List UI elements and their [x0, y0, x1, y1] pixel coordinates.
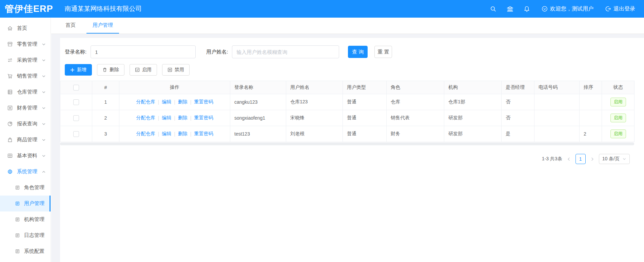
delete-button[interactable]: 删除	[97, 64, 124, 76]
current-page-button[interactable]: 1	[575, 154, 586, 164]
sidebar-item-home[interactable]: 首页	[0, 20, 51, 36]
sidebar-item-log[interactable]: 日志管理	[0, 227, 51, 243]
sidebar-item-role[interactable]: 角色管理	[0, 180, 51, 196]
cell-is-manager: 否	[502, 110, 534, 126]
welcome-user-menu[interactable]: 欢迎您，测试用户	[542, 5, 593, 13]
sidebar-item-retail[interactable]: 零售管理	[0, 36, 51, 52]
next-page-button[interactable]	[590, 157, 594, 161]
sidebar-item-report[interactable]: 报表查询	[0, 116, 51, 132]
chevron-down-icon	[42, 90, 46, 94]
cell-role: 仓库	[387, 94, 444, 110]
cell-user-name: 宋晓锋	[286, 110, 343, 126]
sidebar-item-system[interactable]: 系统管理	[0, 164, 51, 180]
x-square-icon	[168, 67, 172, 72]
row-checkbox[interactable]	[73, 131, 79, 137]
doc-icon	[15, 185, 20, 190]
sidebar-item-purchase[interactable]: 采购管理	[0, 52, 51, 68]
page-size-select[interactable]: 10 条/页	[599, 154, 630, 164]
assign-warehouse-link[interactable]: 分配仓库	[136, 99, 155, 105]
cell-phone	[534, 110, 580, 126]
check-square-icon	[135, 67, 140, 72]
sidebar-item-sales[interactable]: 销售管理	[0, 68, 51, 84]
gear-icon	[7, 169, 13, 175]
link-divider: |	[190, 131, 192, 137]
edit-link[interactable]: 编辑	[162, 115, 171, 121]
edit-link[interactable]: 编辑	[162, 99, 171, 105]
logout-label: 退出登录	[613, 5, 635, 13]
column-header: #	[92, 81, 119, 94]
status-badge: 启用	[610, 98, 626, 106]
cell-user-name: 仓库123	[286, 94, 343, 110]
assign-warehouse-link[interactable]: 分配仓库	[136, 131, 155, 137]
plus-icon	[70, 68, 75, 72]
goods-icon	[7, 137, 13, 143]
delete-link[interactable]: 删除	[178, 115, 188, 121]
assign-warehouse-link[interactable]: 分配仓库	[136, 115, 155, 121]
cell-user-name: 刘老根	[286, 126, 343, 142]
chevron-down-icon	[42, 138, 46, 142]
chevron-down-icon	[42, 122, 46, 126]
edit-link[interactable]: 编辑	[162, 131, 171, 137]
column-header: 操作	[119, 81, 230, 94]
reset-password-link[interactable]: 重置密码	[194, 115, 213, 121]
bell-icon[interactable]	[524, 6, 530, 12]
sidebar-item-basic[interactable]: 基本资料	[0, 148, 51, 164]
sidebar-item-label: 商品管理	[17, 137, 37, 143]
row-checkbox[interactable]	[73, 115, 79, 121]
doc-icon	[15, 249, 20, 254]
sidebar-item-finance[interactable]: 财务管理	[0, 100, 51, 116]
bank-icon[interactable]	[507, 5, 513, 12]
user-name-input[interactable]	[232, 45, 339, 58]
search-button[interactable]: 查 询	[348, 46, 368, 58]
link-divider: |	[174, 99, 175, 105]
sidebar-item-config[interactable]: 系统配置	[0, 243, 51, 259]
reset-password-link[interactable]: 重置密码	[194, 99, 213, 105]
chevron-down-icon	[622, 157, 626, 161]
cell-org: 研发部	[444, 110, 502, 126]
users-table: #操作登录名称用户姓名用户类型角色机构是否经理电话号码排序状态 1分配仓库|编辑…	[60, 81, 635, 142]
search-filter-row: 登录名称: 用户姓名: 查 询 重 置	[60, 45, 644, 58]
shop-icon	[7, 41, 13, 47]
finance-icon	[7, 105, 13, 111]
prev-page-button[interactable]	[567, 157, 571, 161]
add-button[interactable]: 新增	[65, 64, 92, 76]
tab-user-management[interactable]: 用户管理	[86, 18, 119, 34]
cell-is-manager: 是	[502, 126, 534, 142]
delete-link[interactable]: 删除	[178, 99, 188, 105]
row-index: 1	[92, 94, 119, 110]
select-all-checkbox[interactable]	[73, 85, 79, 90]
cell-login-name: test123	[230, 126, 286, 142]
disable-button[interactable]: 禁用	[162, 64, 190, 76]
cell-phone	[534, 94, 580, 110]
sidebar-item-org[interactable]: 机构管理	[0, 211, 51, 227]
enable-button[interactable]: 启用	[130, 64, 157, 76]
search-icon[interactable]	[490, 6, 496, 12]
grid-icon	[7, 153, 13, 159]
sidebar-item-label: 财务管理	[17, 105, 37, 111]
sidebar-item-warehouse[interactable]: 仓库管理	[0, 84, 51, 100]
logout-button[interactable]: 退出登录	[605, 5, 635, 13]
row-index: 3	[92, 126, 119, 142]
link-divider: |	[158, 131, 159, 137]
sidebar-item-goods[interactable]: 商品管理	[0, 132, 51, 148]
table-header-row: #操作登录名称用户姓名用户类型角色机构是否经理电话号码排序状态	[60, 81, 635, 94]
doc-icon	[15, 217, 20, 222]
reset-button[interactable]: 重 置	[374, 46, 392, 58]
sidebar-item-label: 系统配置	[24, 248, 44, 255]
cell-org: 研发部	[444, 126, 502, 142]
top-header-bar: 管伊佳ERP 南通某某网络科技有限公司 欢迎您，测试用户 退出登录	[0, 0, 644, 18]
chevron-down-icon	[42, 74, 46, 78]
sidebar-item-user[interactable]: 用户管理	[0, 196, 51, 211]
cell-sort: 2	[580, 126, 602, 142]
sidebar-item-label: 零售管理	[17, 41, 37, 47]
sidebar-item-label: 仓库管理	[17, 89, 37, 95]
column-header: 机构	[444, 81, 502, 94]
login-name-input[interactable]	[91, 45, 196, 58]
trash-icon	[102, 67, 107, 72]
tab-home[interactable]: 首页	[59, 18, 82, 34]
delete-link[interactable]: 删除	[178, 131, 188, 137]
row-checkbox[interactable]	[73, 99, 79, 105]
reset-password-link[interactable]: 重置密码	[194, 131, 213, 137]
table-horizontal-scrollbar[interactable]	[60, 142, 634, 145]
doc-icon	[15, 233, 20, 238]
